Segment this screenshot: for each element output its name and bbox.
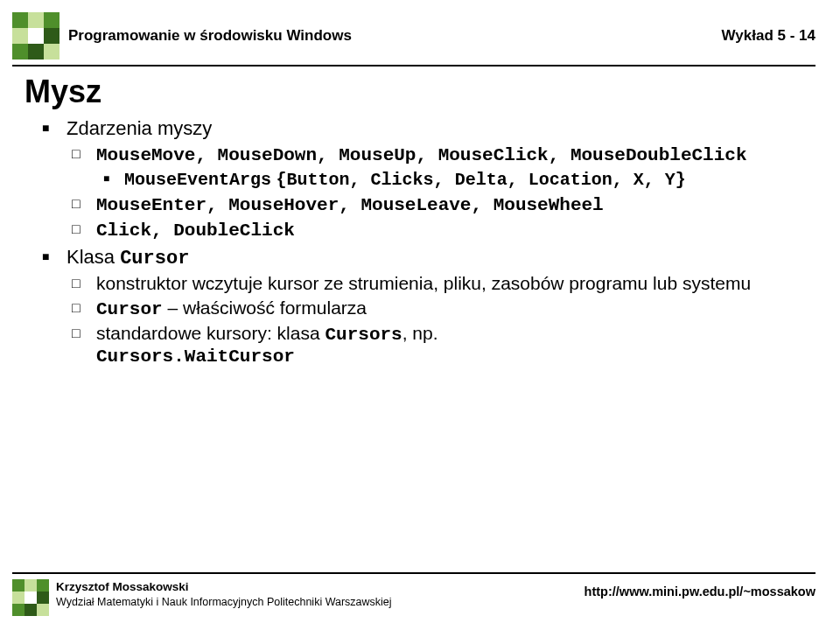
text: , np.	[402, 323, 438, 343]
header-divider	[12, 65, 816, 66]
footer-logo-icon	[12, 579, 49, 616]
code-text: MouseEventArgs	[124, 170, 271, 190]
code-text: MouseEnter, MouseHover, MouseLeave, Mous…	[96, 195, 604, 215]
code-text: Cursors	[325, 325, 402, 345]
sub-list-item: MouseEventArgs {Button, Clicks, Delta, L…	[103, 169, 812, 190]
slide-root: Programowanie w środowisku Windows Wykła…	[0, 0, 840, 630]
list-item: MouseMove, MouseDown, MouseUp, MouseClic…	[72, 144, 812, 165]
code-text: {Button, Clicks, Delta, Location, X, Y}	[276, 170, 686, 190]
text: standardowe kursory: klasa	[96, 323, 325, 343]
code-text: Cursor	[96, 299, 163, 319]
section-heading: Klasa Cursor	[42, 246, 812, 270]
section-label: Zdarzenia myszy	[66, 117, 212, 139]
list-item: MouseEnter, MouseHover, MouseLeave, Mous…	[72, 193, 812, 215]
section-label-mono: Cursor	[120, 248, 189, 270]
list-item: standardowe kursory: klasa Cursors, np. …	[72, 323, 812, 367]
footer-url: http://www.mini.pw.edu.pl/~mossakow	[584, 579, 816, 598]
footer: Krzysztof Mossakowski Wydział Matematyki…	[0, 572, 840, 616]
section-heading: Zdarzenia myszy	[42, 117, 812, 140]
list-item: konstruktor wczytuje kursor ze strumieni…	[72, 273, 812, 294]
list-item: Click, DoubleClick	[72, 219, 812, 241]
code-text: Click, DoubleClick	[96, 220, 295, 241]
footer-divider	[12, 572, 816, 574]
header-logo-icon	[12, 12, 60, 60]
footer-row: Krzysztof Mossakowski Wydział Matematyki…	[12, 579, 816, 616]
text: – właściwość formularza	[163, 298, 367, 318]
code-text: MouseMove, MouseDown, MouseUp, MouseClic…	[96, 145, 747, 165]
text: konstruktor wczytuje kursor ze strumieni…	[96, 273, 751, 293]
footer-left: Krzysztof Mossakowski Wydział Matematyki…	[56, 579, 584, 609]
page-title: Mysz	[24, 74, 840, 110]
header: Programowanie w środowisku Windows Wykła…	[0, 0, 840, 60]
course-title: Programowanie w środowisku Windows	[68, 27, 722, 45]
lecture-number: Wykład 5 - 14	[722, 27, 816, 45]
section-label-prefix: Klasa	[66, 246, 120, 268]
code-text: Cursors.WaitCursor	[96, 346, 295, 367]
list-item: Cursor – właściwość formularza	[72, 298, 812, 319]
footer-author: Krzysztof Mossakowski	[56, 579, 584, 595]
content: Zdarzenia myszy MouseMove, MouseDown, Mo…	[0, 117, 840, 367]
footer-affiliation: Wydział Matematyki i Nauk Informacyjnych…	[56, 595, 584, 609]
